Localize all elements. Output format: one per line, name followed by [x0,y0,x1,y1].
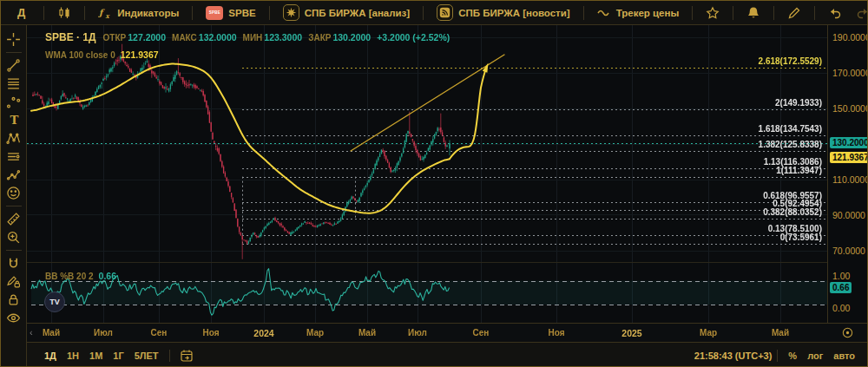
scale-toggle-лог[interactable]: лог [802,348,828,364]
time-axis-month-label[interactable]: Ноя [202,328,219,338]
draw-button[interactable] [783,3,806,23]
timezone-icon[interactable] [841,326,854,339]
time-axis-month-label[interactable]: Мар [700,328,717,338]
time-axis-month-label[interactable]: Июл [94,328,113,338]
emoji-icon [6,186,21,200]
watchlist-star-button[interactable] [701,3,724,23]
last-price-badge: 130.2000 [830,137,868,148]
hide-drawings-icon [6,311,21,325]
divider [777,350,778,362]
time-axis-year-label[interactable]: 2025 [621,328,641,338]
price-tracker-button-label: Трекер цены [616,8,680,18]
toolbar-divider [43,6,44,20]
session-clock[interactable]: 21:58:43 (UTC+3) [694,351,773,361]
emoji-tool[interactable] [4,184,23,202]
sidebar-divider [6,206,22,206]
pitchfork-icon [6,95,21,109]
drawing-tools-sidebar: T [1,25,27,367]
undo-button[interactable] [824,3,846,23]
wma-price-badge: 121.9367 [830,152,868,163]
price-axis-label: 190.0000 [832,32,868,43]
xabcd-pattern-tool[interactable] [4,129,23,147]
go-to-date-button[interactable] [175,345,198,366]
sidebar-divider [6,250,22,251]
symbol-search-button[interactable]: Д [8,3,35,23]
forecast-tool[interactable] [4,166,23,184]
price-chart-canvas[interactable] [27,25,827,323]
toolbar-divider [692,6,693,20]
tradingview-logo[interactable]: TV [44,292,65,312]
long-position-tool[interactable] [4,147,23,166]
star-icon [706,6,720,20]
redo-button[interactable] [852,3,868,23]
price-axis[interactable]: 190.0000170.0000150.0000110.000090.00007… [827,25,868,342]
time-axis-month-label[interactable]: Май [358,328,376,338]
time-axis-month-label[interactable]: Сен [151,328,168,338]
spbe-symbol-button[interactable]: SPBESPBE [201,3,260,23]
drawing-lock-tool[interactable] [4,272,23,291]
text-tool-tool[interactable]: T [4,111,23,129]
price-axis-label: 110.0000 [832,174,868,185]
time-axis-month-label[interactable]: Ноя [548,328,564,338]
forecast-icon [6,167,21,182]
magnet-tool[interactable] [4,254,23,272]
interval-button-1М[interactable]: 1М [84,348,108,364]
ruler-icon [6,212,21,226]
spb-exchange-news-button-label: СПБ БИРЖА [новости] [458,8,570,18]
long-position-icon [6,149,21,164]
spbe-symbol-button-label: SPBE [228,8,255,18]
price-tracker-button[interactable]: Трекер цены [593,3,684,23]
interval-button-1Н[interactable]: 1Н [62,348,84,364]
fib-retracement-tool[interactable] [4,75,23,93]
pencil-icon [787,6,801,20]
lock-all-icon [6,292,21,307]
top-toolbar: ДƒxИндикаторыSPBESPBEСПБ БИРЖА [анализ]С… [1,1,868,25]
toolbar-divider [423,6,424,20]
ruler-tool[interactable] [4,210,23,228]
time-axis[interactable]: ‹ МайИюлСенНоя2024МарМайИюлСенНоя2025Мар… [27,323,868,342]
collapse-sidebar-chevron-icon[interactable]: ‹ [30,327,33,338]
chart-area[interactable]: SPBE · 1ДОТКР127.2000МАКС132.0000МИН123.… [27,25,827,323]
wave-icon [597,6,611,20]
time-axis-month-label[interactable]: Май [43,328,60,338]
time-axis-year-label[interactable]: 2024 [253,328,273,338]
chart-style-button[interactable] [53,3,76,23]
spb-exchange-news-button[interactable]: СПБ БИРЖА [новости] [432,3,575,23]
toolbar-divider [583,6,584,20]
trend-line-icon [6,58,21,73]
scale-toggle-%[interactable]: % [783,348,802,364]
bb-value-badge: 0.66 [830,282,852,293]
indicators-button[interactable]: ƒxИндикаторы [94,3,183,23]
indicator-axis-label: 1.00 [832,271,850,281]
time-axis-month-label[interactable]: Сен [473,328,490,338]
time-axis-month-label[interactable]: Июл [408,328,427,338]
trend-line-tool[interactable] [4,56,23,75]
price-axis-label: 90.0000 [832,210,865,220]
time-axis-month-label[interactable]: Мар [306,328,324,338]
undo-icon [828,6,842,20]
scale-toggle-авто[interactable]: авто [828,348,860,364]
interval-button-1Д[interactable]: 1Д [39,348,62,364]
toolbar-divider [84,6,85,20]
interval-button-5ЛЕТ[interactable]: 5ЛЕТ [129,348,164,364]
spb-exchange-analysis-button-label: СПБ БИРЖА [анализ] [305,8,410,18]
text-tool-icon: T [6,113,21,128]
price-axis-label: 70.0000 [832,246,865,256]
indicators-button-label: Индикаторы [117,8,179,18]
pitchfork-tool[interactable] [4,93,23,111]
toolbar-divider [773,6,774,20]
crosshair-icon [6,32,21,47]
interval-button-1Г[interactable]: 1Г [108,348,128,364]
lock-all-tool[interactable] [4,291,23,309]
bell-icon [746,6,760,20]
redo-icon [856,6,868,20]
spb-exchange-analysis-button[interactable]: СПБ БИРЖА [анализ] [279,3,414,23]
zoom-in-icon [6,230,21,245]
crosshair-tool[interactable] [4,30,23,49]
zoom-in-tool[interactable] [4,228,23,246]
fx-icon: ƒx [98,6,112,20]
time-axis-month-label[interactable]: Май [772,328,789,338]
hide-drawings-tool[interactable] [4,309,23,327]
tv-logo-text: TV [49,298,60,306]
alerts-button[interactable] [742,3,765,23]
